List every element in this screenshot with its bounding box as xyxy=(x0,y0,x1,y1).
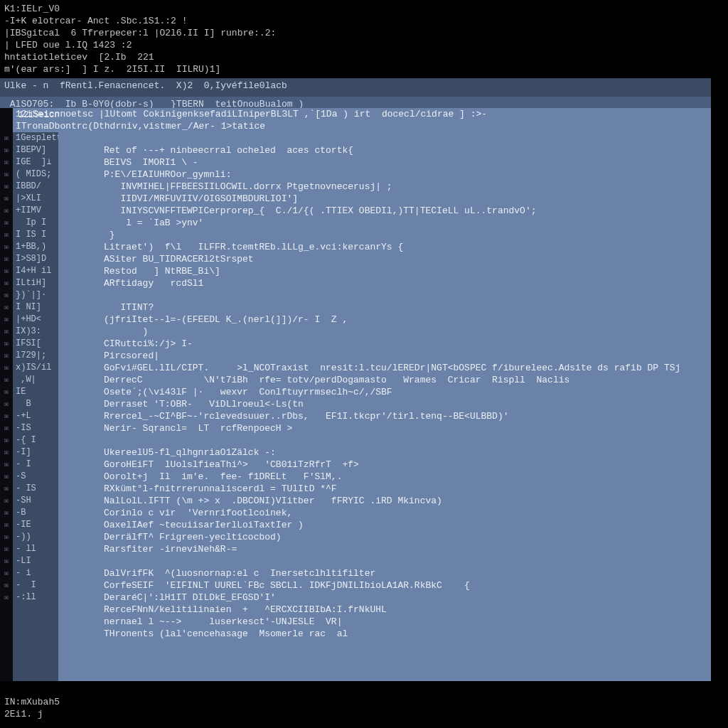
line-number[interactable]: IGE ]⟂ xyxy=(13,156,58,168)
code-line[interactable]: ITINT? xyxy=(104,301,711,314)
line-number[interactable]: |>XLI xyxy=(13,193,58,205)
code-area[interactable]: Ret of ·--+ ninbeecrral ocheled aces cto… xyxy=(58,132,711,685)
code-line[interactable]: INVMIHEL|FFBEESIILOCWIL.dorrx Ptgetnovne… xyxy=(104,181,711,193)
line-number[interactable]: - I xyxy=(13,579,58,592)
line-number[interactable]: -B xyxy=(13,507,58,519)
line-number[interactable]: -IE xyxy=(13,519,58,531)
line-number[interactable]: ILtiH] xyxy=(13,277,58,289)
code-line[interactable]: NalLolL.IFTT (\m +> x .DBCONI)VIitber fF… xyxy=(104,495,711,507)
code-line[interactable]: Litraet') f\l ILFFR.tcemtREb.lLLg_e.vci:… xyxy=(104,241,711,253)
fold-gutter[interactable]: ☒☒☒☒☒☒☒☒☒☒☒☒☒☒☒☒☒☒☒☒☒☒☒☒☒☒☒☒☒☒☒☒☒☒☒☒☒☒☒ xyxy=(0,108,13,685)
code-line[interactable]: } xyxy=(104,229,711,241)
line-number[interactable]: I>S8]D xyxy=(13,253,58,265)
line-number[interactable]: 1Gesplettwriderl | ] xyxy=(13,132,58,144)
code-line[interactable]: Rarsfiter -irneviNeh&R-= xyxy=(104,543,711,555)
code-line[interactable]: THronents (lal'cencehasage Msomerle rac … xyxy=(104,628,711,640)
line-number[interactable]: -LI xyxy=(13,555,58,567)
line-number[interactable]: -:ll xyxy=(13,592,58,604)
line-number[interactable]: I4+H il xyxy=(13,265,58,277)
line-number[interactable]: -{ I xyxy=(13,434,58,446)
code-line[interactable]: CIRuttci%:/j> I- xyxy=(104,338,711,350)
code-line[interactable]: ) xyxy=(104,326,711,338)
code-line[interactable] xyxy=(104,132,711,144)
code-line[interactable]: DalVrifFK ^(luosnornap:el c Inersetclhlt… xyxy=(104,567,711,579)
code-line[interactable]: Pircsored| xyxy=(104,350,711,362)
line-number[interactable]: I IS I xyxy=(13,229,58,241)
code-line[interactable]: IIDVI/MRFUVIIV/OIGSOIMBDURLIOI'] xyxy=(104,193,711,205)
code-line[interactable]: DerrälfT^ Frigreen-yeclticocbod) xyxy=(104,531,711,543)
code-line[interactable]: Osete´;(\vi43lF |· wexvr Conlftuyrrmsecl… xyxy=(104,386,711,398)
line-number[interactable]: |+HD< xyxy=(13,314,58,326)
line-number[interactable]: IFSI[ xyxy=(13,338,58,350)
code-line[interactable] xyxy=(104,289,711,301)
line-number[interactable]: -S xyxy=(13,471,58,483)
code-line[interactable]: OaxelIAef ~tecuiisarIerlLoiTaxtIer ) xyxy=(104,519,711,531)
line-number-gutter[interactable]: 1Gesplettwriderl | ]IBEPV]IGE ]⟂( MIDS;I… xyxy=(13,132,58,685)
code-line[interactable]: P:E\/EIAIUHROor_gymnli: xyxy=(104,168,711,181)
line-number[interactable]: l729|; xyxy=(13,350,58,362)
code-line[interactable]: Nerir- Sqrancl= LT rcfRenpoecH > xyxy=(104,422,711,434)
code-line[interactable] xyxy=(104,434,711,446)
line-number[interactable]: - i xyxy=(13,567,58,579)
line-number[interactable]: -SH xyxy=(13,495,58,507)
line-number[interactable]: -+L xyxy=(13,410,58,422)
code-line[interactable]: UkereelU5-fl_qlhgnriaO1Zälck -: xyxy=(104,446,711,459)
line-number[interactable]: -IS xyxy=(13,422,58,434)
code-line[interactable]: DeraréC|':lH1IT DILDkE_EFGSD'I' xyxy=(104,592,711,604)
code-line[interactable]: ARftidagy rcdSl1 xyxy=(104,277,711,289)
line-number[interactable]: IBEPV] xyxy=(13,144,58,156)
line-number[interactable]: B xyxy=(13,398,58,410)
code-line[interactable]: ASiter BU_TIDRACERl2tSrspet xyxy=(104,253,711,265)
code-line[interactable]: BEIVS IMORI1 \ - xyxy=(104,156,711,168)
line-number[interactable]: I NI] xyxy=(13,301,58,314)
line-number[interactable]: Ip I xyxy=(13,217,58,229)
code-line[interactable]: nernael l ~--> luserkesct'-UNJESLE VR| xyxy=(104,616,711,628)
line-number[interactable]: +IIMV xyxy=(13,205,58,217)
code-line[interactable] xyxy=(104,555,711,567)
code-line[interactable]: Derraset 'T:OBR- ViDLlroeul<-Ls(tn xyxy=(104,398,711,410)
code-line[interactable]: CorfeSEIF 'EIFINLT UUREL`FBc SBCLl. IDKF… xyxy=(104,579,711,592)
line-number[interactable]: IX)3: xyxy=(13,326,58,338)
code-line[interactable]: RerceFNnN/kelitilinaien + ^ERCXCIIBIbA:I… xyxy=(104,604,711,616)
editor-header-1: 12iSeicnnoetsc |lUtomt CokinigenksefadiL… xyxy=(16,109,58,122)
line-number[interactable]: IBBD/ xyxy=(13,181,58,193)
line-number[interactable]: 1+BB,) xyxy=(13,241,58,253)
line-number[interactable]: ,W| xyxy=(13,374,58,386)
code-line[interactable]: DerrecC \N't7iBh rfe= totv/perdDogamasto… xyxy=(104,374,711,386)
line-number[interactable]: -)) xyxy=(13,531,58,543)
code-line[interactable]: GoFvi#GEL.lIL/CIPT. >l_NCOTraxist nresit… xyxy=(104,362,711,374)
line-number[interactable]: - ll xyxy=(13,543,58,555)
status-bar: IN:mXubah5 2Ei1. j xyxy=(0,681,728,728)
editor-titlebar: Ulke - n fRentl.Fenacnencet. X)2 0,Iyvéf… xyxy=(0,78,711,97)
code-line[interactable]: Oorolt+j Il im'e. fee- f1DRELt F'SlM,. xyxy=(104,471,711,483)
terminal-output: K1:IELr_V0 -I+K elotrcar- Anct .Sbc.1S1.… xyxy=(0,0,728,82)
code-line[interactable]: l = `IaB >ynv' xyxy=(104,217,711,229)
line-number[interactable]: ( MIDS; xyxy=(13,168,58,181)
line-number[interactable]: IE xyxy=(13,386,58,398)
code-line[interactable]: Restod ] NtRBE_Bi\] xyxy=(104,265,711,277)
code-line[interactable]: Rrercel_-~CI^BF~-'rclevedsuuer..rDbs, EF… xyxy=(104,410,711,422)
code-line[interactable]: GoroHEiFT lUolslfieaThi^> 'CB01iTzRfrT +… xyxy=(104,459,711,471)
line-number[interactable]: x)IS/il xyxy=(13,362,58,374)
code-line[interactable]: (jfriItet--l=-(EFEEDL K_.(nerl(]])/r- I … xyxy=(104,314,711,326)
code-line[interactable]: Corinlo c vir 'Vernrifootlcoinek, xyxy=(104,507,711,519)
line-number[interactable]: - IS xyxy=(13,483,58,495)
code-line[interactable]: Ret of ·--+ ninbeecrral ocheled aces cto… xyxy=(104,144,711,156)
line-number[interactable]: -I] xyxy=(13,446,58,459)
line-number[interactable]: - I xyxy=(13,459,58,471)
code-line[interactable]: INIYSCVNFFTEWPICerprorep_{ C./1/{( .TTIE… xyxy=(104,205,711,217)
line-number[interactable]: })`|]· xyxy=(13,289,58,301)
code-line[interactable]: RXkümt°l-fnitrrerunnaliscerdl = TUlItD *… xyxy=(104,483,711,495)
